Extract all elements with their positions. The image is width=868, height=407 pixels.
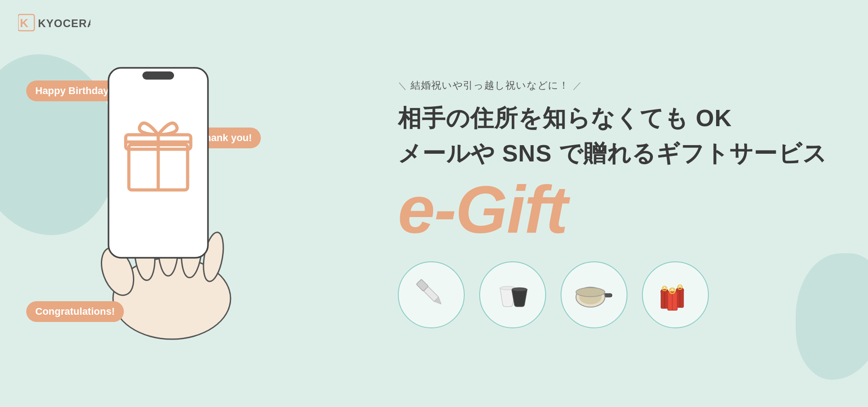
slash-right: ／ [573, 80, 582, 92]
svg-point-23 [576, 288, 605, 297]
svg-line-26 [663, 287, 665, 289]
subtitle-row: ＼ 結婚祝いや引っ越し祝いなどに！ ／ [398, 79, 582, 92]
product-knife [398, 261, 465, 328]
kyocera-logo: K KYOCERA [18, 13, 90, 34]
bubble-congratulations: Congratulations! [26, 301, 124, 322]
headline-line1: 相手の住所を知らなくても OK [398, 100, 827, 136]
slash-left: ＼ [398, 80, 407, 92]
svg-line-35 [672, 289, 675, 292]
product-pan [561, 261, 627, 328]
egift-title: e-Gift [398, 176, 567, 243]
svg-text:KYOCERA: KYOCERA [38, 17, 90, 29]
svg-rect-11 [142, 71, 174, 80]
svg-line-30 [678, 285, 680, 288]
svg-line-31 [680, 285, 682, 288]
product-cups [479, 261, 546, 328]
subtitle-text: 結婚祝いや引っ越し祝いなどに！ [410, 79, 569, 92]
svg-point-19 [512, 288, 527, 291]
svg-line-27 [665, 287, 666, 289]
products-row [398, 261, 709, 328]
phone-illustration [72, 54, 244, 344]
main-headline: 相手の住所を知らなくても OK メールや SNS で贈れるギフトサービス [398, 100, 827, 171]
illustration-area: Happy Birthday! Thank you! [0, 0, 307, 407]
svg-text:K: K [20, 16, 28, 30]
product-gift-bags [642, 261, 709, 328]
svg-line-34 [670, 289, 672, 292]
right-content: ＼ 結婚祝いや引っ越し祝いなどに！ ／ 相手の住所を知らなくても OK メールや… [335, 0, 868, 407]
headline-line2: メールや SNS で贈れるギフトサービス [398, 136, 827, 171]
